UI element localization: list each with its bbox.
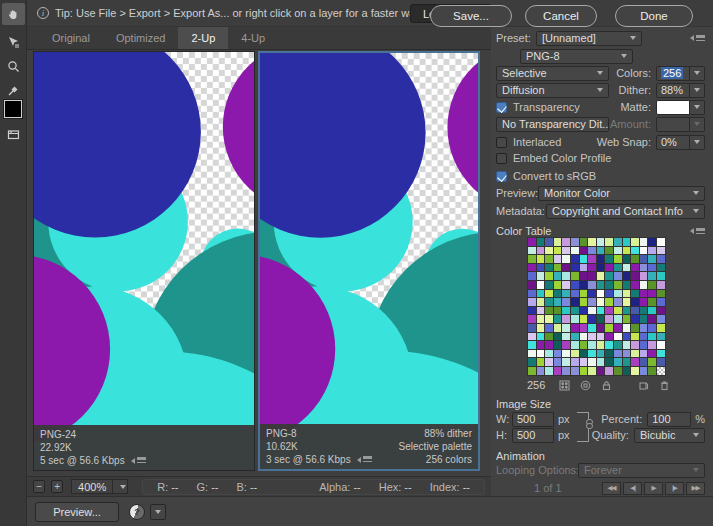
color-swatch[interactable]	[562, 247, 570, 255]
color-swatch[interactable]	[648, 333, 656, 341]
color-swatch[interactable]	[614, 247, 622, 255]
color-swatch[interactable]	[597, 255, 605, 263]
color-swatch[interactable]	[605, 264, 613, 272]
color-swatch[interactable]	[545, 255, 553, 263]
color-swatch[interactable]	[648, 255, 656, 263]
color-swatch[interactable]	[545, 350, 553, 358]
color-swatch[interactable]	[623, 341, 631, 349]
color-swatch[interactable]	[614, 367, 622, 375]
color-swatch[interactable]	[588, 333, 596, 341]
optimize-menu-icon[interactable]	[690, 35, 705, 42]
color-swatch[interactable]	[528, 367, 536, 375]
color-swatch[interactable]	[597, 290, 605, 298]
color-swatch[interactable]	[562, 238, 570, 246]
color-swatch[interactable]	[597, 367, 605, 375]
color-swatch[interactable]	[571, 281, 579, 289]
color-swatch[interactable]	[571, 358, 579, 366]
dither-stepper[interactable]: 88%	[656, 83, 705, 98]
color-swatch[interactable]	[657, 350, 665, 358]
color-swatch[interactable]	[580, 247, 588, 255]
color-swatch[interactable]	[614, 272, 622, 280]
tab-original[interactable]: Original	[39, 27, 103, 49]
color-swatch[interactable]	[562, 307, 570, 315]
color-swatch[interactable]	[623, 333, 631, 341]
color-swatch[interactable]	[605, 307, 613, 315]
color-swatch[interactable]	[614, 238, 622, 246]
color-swatch[interactable]	[528, 238, 536, 246]
color-swatch[interactable]	[623, 315, 631, 323]
cancel-button[interactable]: Cancel	[525, 5, 597, 27]
hand-tool[interactable]	[2, 3, 25, 25]
color-swatch[interactable]	[657, 307, 665, 315]
color-swatch[interactable]	[562, 324, 570, 332]
download-speed-menu-icon[interactable]	[131, 457, 146, 464]
color-swatch[interactable]	[580, 272, 588, 280]
color-swatch[interactable]	[537, 341, 545, 349]
color-swatch[interactable]	[657, 290, 665, 298]
color-swatch[interactable]	[631, 307, 639, 315]
color-swatch[interactable]	[657, 324, 665, 332]
color-swatch[interactable]	[537, 315, 545, 323]
color-swatch[interactable]	[614, 324, 622, 332]
color-swatch[interactable]	[554, 247, 562, 255]
zoom-tool[interactable]	[2, 55, 25, 77]
color-swatch[interactable]	[657, 247, 665, 255]
download-speed-menu-icon[interactable]	[357, 456, 372, 463]
color-swatch[interactable]	[640, 298, 648, 306]
color-swatch[interactable]	[640, 255, 648, 263]
color-swatch[interactable]	[537, 281, 545, 289]
color-swatch[interactable]	[588, 298, 596, 306]
color-swatch[interactable]	[588, 350, 596, 358]
color-swatch[interactable]	[648, 367, 656, 375]
color-swatch[interactable]	[631, 290, 639, 298]
color-swatch[interactable]	[657, 333, 665, 341]
color-swatch[interactable]	[554, 281, 562, 289]
color-swatch[interactable]	[545, 358, 553, 366]
color-swatch[interactable]	[588, 324, 596, 332]
color-swatch[interactable]	[545, 315, 553, 323]
color-swatch[interactable]	[588, 341, 596, 349]
color-swatch[interactable]	[648, 358, 656, 366]
color-swatch[interactable]	[605, 315, 613, 323]
color-swatch[interactable]	[597, 281, 605, 289]
color-swatch[interactable]	[571, 367, 579, 375]
color-swatch[interactable]	[614, 281, 622, 289]
color-swatch[interactable]	[640, 281, 648, 289]
color-swatch[interactable]	[648, 272, 656, 280]
color-swatch[interactable]	[640, 367, 648, 375]
colors-stepper[interactable]: 256	[656, 66, 705, 81]
color-swatch[interactable]	[562, 264, 570, 272]
transparency-dither-dropdown[interactable]: No Transparency Dit...	[496, 117, 609, 132]
eyedropper-color-swatch[interactable]	[4, 100, 22, 118]
width-field[interactable]: 500	[512, 412, 554, 427]
color-swatch[interactable]	[588, 307, 596, 315]
color-swatch[interactable]	[648, 264, 656, 272]
color-swatch[interactable]	[640, 333, 648, 341]
color-swatch[interactable]	[562, 350, 570, 358]
color-swatch[interactable]	[562, 298, 570, 306]
color-swatch[interactable]	[657, 281, 665, 289]
color-swatch[interactable]	[537, 350, 545, 358]
color-swatch[interactable]	[562, 333, 570, 341]
color-swatch[interactable]	[545, 324, 553, 332]
color-swatch[interactable]	[571, 290, 579, 298]
color-swatch[interactable]	[597, 247, 605, 255]
color-swatch[interactable]	[623, 367, 631, 375]
color-swatch[interactable]	[614, 350, 622, 358]
color-swatch[interactable]	[640, 238, 648, 246]
eyedropper-tool[interactable]	[2, 79, 25, 101]
color-swatch[interactable]	[537, 367, 545, 375]
color-swatch[interactable]	[580, 341, 588, 349]
color-swatch[interactable]	[562, 367, 570, 375]
color-swatch[interactable]	[605, 290, 613, 298]
color-swatch[interactable]	[614, 255, 622, 263]
color-swatch[interactable]	[623, 324, 631, 332]
color-swatch[interactable]	[597, 333, 605, 341]
color-swatch[interactable]	[528, 307, 536, 315]
color-swatch[interactable]	[588, 281, 596, 289]
preview-in-browser-button[interactable]: Preview...	[35, 502, 119, 522]
interlaced-checkbox[interactable]	[496, 137, 507, 148]
color-swatch[interactable]	[554, 290, 562, 298]
color-swatch[interactable]	[640, 315, 648, 323]
color-swatch[interactable]	[580, 264, 588, 272]
